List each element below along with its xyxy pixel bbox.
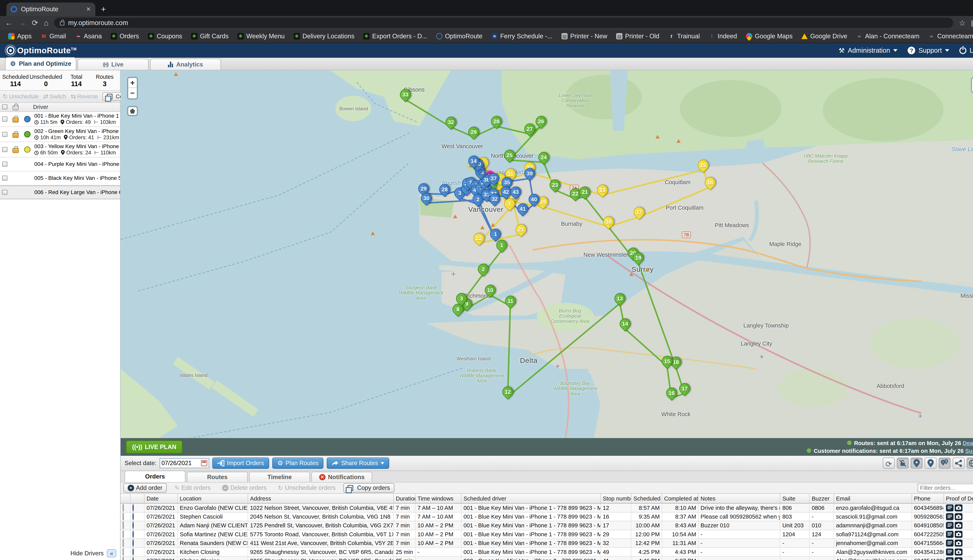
driver-row[interactable]: 006 - Red Key Large Van - iPhone 6 - 778 <box>0 185 120 200</box>
support-menu[interactable]: ? Support <box>908 47 949 54</box>
order-marker-y22[interactable]: 22 <box>473 233 484 244</box>
order-marker-b29[interactable]: 29 <box>418 183 429 194</box>
delete-orders-button[interactable]: −Delete orders <box>218 484 270 492</box>
column-proof-of-delivery[interactable]: Proof of Delivery <box>944 494 973 503</box>
tab-orders[interactable]: Orders <box>125 470 186 482</box>
order-marker-b35[interactable]: 35 <box>502 177 512 188</box>
order-row[interactable]: 07/26/2021Renata Saunders (NEW CLI...411… <box>120 538 973 547</box>
tab-timeline[interactable]: Timeline <box>249 472 310 482</box>
pod-notes-icon[interactable] <box>946 531 953 538</box>
zoom-out-button[interactable]: − <box>128 88 137 98</box>
bookmark-google-drive[interactable]: Google Drive <box>798 31 850 41</box>
order-marker-y15[interactable]: 15 <box>698 160 709 170</box>
column-address[interactable]: Address <box>248 494 394 503</box>
order-marker-y21[interactable]: 21 <box>515 224 527 235</box>
bookmark-indeed[interactable]: iIndeed <box>706 31 740 41</box>
order-marker-g13[interactable]: 13 <box>614 293 625 304</box>
order-marker-g28[interactable]: 28 <box>491 116 502 127</box>
driver-checkbox[interactable] <box>2 147 7 152</box>
tab-close-icon[interactable]: ✕ <box>86 6 91 12</box>
pin-star-button[interactable]: ★ <box>911 458 923 469</box>
order-marker-g11[interactable]: 11 <box>505 296 516 307</box>
tab-routes[interactable]: Routes <box>187 472 248 482</box>
order-marker-y16[interactable]: 16 <box>705 177 716 188</box>
column-location[interactable]: Location <box>178 494 248 503</box>
bookmark-delivery-locations[interactable]: ✳Delivery Locations <box>290 31 358 41</box>
side-panel-icon[interactable]: ▣ <box>971 19 973 27</box>
bookmark-apps[interactable]: Apps <box>5 31 35 41</box>
column-completed-at[interactable]: Completed at <box>662 494 698 503</box>
order-marker-g25[interactable]: 25 <box>504 150 515 161</box>
pod-camera-icon[interactable] <box>955 548 962 555</box>
order-marker-y13[interactable]: 13 <box>597 185 608 196</box>
unlock-button[interactable] <box>897 458 909 469</box>
order-marker-b37[interactable]: 37 <box>488 173 499 184</box>
row-checkbox[interactable] <box>123 557 124 560</box>
home-icon[interactable]: ⌂ <box>44 19 48 27</box>
driver-checkbox[interactable] <box>2 117 7 122</box>
pod-camera-icon[interactable] <box>955 504 962 512</box>
pod-notes-icon[interactable] <box>946 548 953 555</box>
map[interactable]: VancouverWest VancouverNorth VancouverCo… <box>120 70 973 438</box>
column-duration[interactable]: Duration <box>393 494 415 503</box>
order-marker-g22[interactable]: 22 <box>570 188 581 199</box>
bookmark-connecteam[interactable]: ∞Connecteam <box>925 31 973 41</box>
pod-camera-icon[interactable] <box>955 540 962 547</box>
globe-button[interactable] <box>966 458 973 469</box>
order-marker-b43[interactable]: 43 <box>510 187 521 197</box>
bookmark-weekly-menu[interactable]: ✳Weekly Menu <box>234 31 288 41</box>
bookmark-printer-new[interactable]: ▤Printer - New <box>558 31 610 41</box>
new-tab-button[interactable]: + <box>101 5 106 14</box>
unschedule-button[interactable]: ↻Unschedule <box>3 93 39 100</box>
order-marker-g24[interactable]: 24 <box>538 152 549 163</box>
driver-row[interactable]: 005 - Black Key Mini Van - iPhone 5 - 77… <box>0 172 120 185</box>
address-bar[interactable]: my.optimoroute.com <box>54 18 953 28</box>
draw-polygon-button[interactable] <box>127 106 138 116</box>
order-row[interactable]: 07/26/2021Enzo Garofalo (NEW CLIENT)1022… <box>120 503 973 512</box>
row-checkbox[interactable] <box>123 522 124 529</box>
map-layers-button[interactable] <box>971 77 973 93</box>
bookmark-alan-connecteam[interactable]: ∞Alan - Connecteam <box>853 31 923 41</box>
driver-checkbox[interactable] <box>2 176 7 181</box>
column-date[interactable]: Date <box>144 494 178 503</box>
column-notes[interactable]: Notes <box>699 494 780 503</box>
driver-row[interactable]: 003 - Yellow Key Mini Van - iPhone 3 - 7… <box>0 142 120 157</box>
unschedule-orders-button[interactable]: ↻Unschedule orders <box>274 484 339 492</box>
order-marker-g21[interactable]: 21 <box>579 187 590 197</box>
order-marker-b14[interactable]: 14 <box>468 156 479 167</box>
order-marker-g16[interactable]: 16 <box>666 388 677 398</box>
import-orders-button[interactable]: Import Orders <box>212 458 269 469</box>
row-checkbox[interactable] <box>123 504 124 512</box>
order-marker-b41[interactable]: 41 <box>517 203 528 214</box>
pins-12-button[interactable]: 12 <box>939 458 951 469</box>
filter-orders-input[interactable] <box>918 483 973 493</box>
order-marker-b39[interactable]: 39 <box>524 168 535 179</box>
bookmark-export-orders-d-[interactable]: ✳Export Orders - D... <box>360 31 430 41</box>
order-marker-g2[interactable]: 2 <box>478 264 489 275</box>
order-marker-g1[interactable]: 1 <box>496 240 507 251</box>
order-marker-g23[interactable]: 23 <box>550 180 560 190</box>
add-order-button[interactable]: +Add order <box>123 483 167 493</box>
pod-notes-icon[interactable] <box>946 557 953 560</box>
order-marker-b42[interactable]: 42 <box>500 187 512 197</box>
order-row[interactable]: 07/26/2021Adam Nanji (NEW CLIENT)1725 Pe… <box>120 521 973 530</box>
pod-camera-icon[interactable] <box>955 531 962 538</box>
order-marker-g29[interactable]: 29 <box>468 127 479 137</box>
back-icon[interactable]: ← <box>5 19 13 27</box>
bookmark-gmail[interactable]: MGmail <box>37 31 69 41</box>
pod-notes-icon[interactable] <box>946 522 953 529</box>
column-time-windows[interactable]: Time windows <box>415 494 461 503</box>
order-marker-b30[interactable]: 30 <box>421 193 432 204</box>
plan-routes-button[interactable]: ⚙ Plan Routes <box>272 458 323 469</box>
logout-button[interactable]: Logout <box>960 47 973 54</box>
browser-tab[interactable]: OptimoRoute ✕ <box>7 3 95 16</box>
bookmark-orders[interactable]: ✳Orders <box>107 31 142 41</box>
pod-camera-icon[interactable] <box>955 522 962 529</box>
order-marker-b28[interactable]: 28 <box>440 184 450 195</box>
order-marker-g33[interactable]: 33 <box>400 89 411 100</box>
bookmark-trainual[interactable]: tTrainual <box>665 31 703 41</box>
tab-notifications[interactable]: ✕Notifications <box>311 472 372 482</box>
order-row[interactable]: 07/26/2021Kitchen Closing9265 Shaughness… <box>120 548 973 556</box>
order-row[interactable]: 07/26/2021Kitchen Closing9265 Shaughness… <box>120 556 973 560</box>
order-marker-b32[interactable]: 32 <box>489 193 500 204</box>
